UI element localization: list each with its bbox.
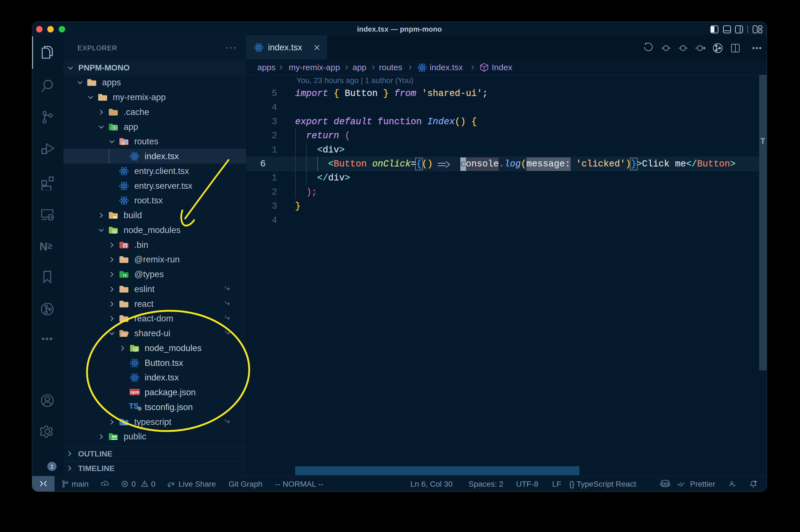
svg-text:TS: TS: [122, 274, 127, 277]
svg-text:JS: JS: [113, 230, 116, 233]
svg-text:JS: JS: [134, 348, 137, 351]
svg-text:10: 10: [124, 246, 126, 248]
svg-text:TS: TS: [122, 422, 127, 426]
